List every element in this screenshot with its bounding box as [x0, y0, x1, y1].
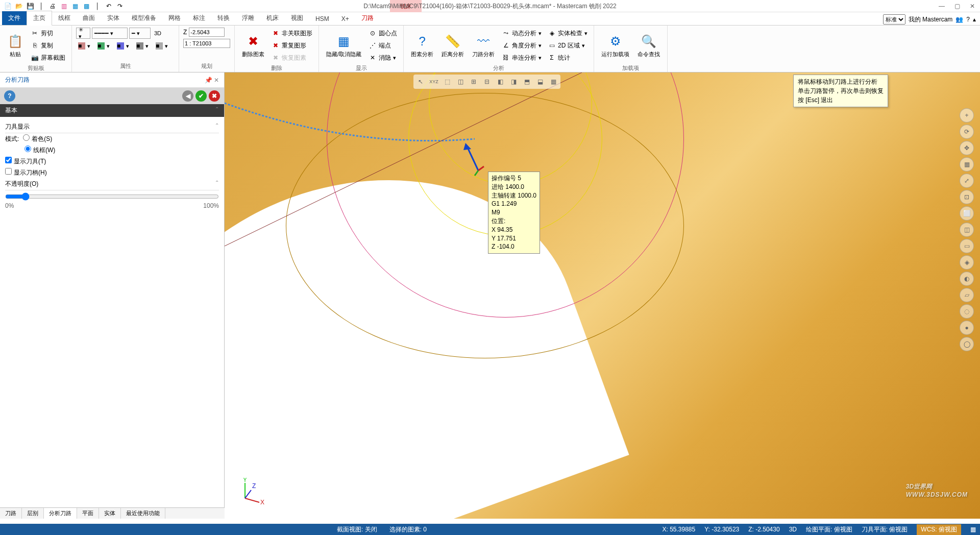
color-swatch-3[interactable]: ■▾: [115, 40, 131, 52]
qat-b3-icon[interactable]: ▦: [70, 2, 80, 11]
qat-b2-icon[interactable]: ▥: [59, 2, 68, 11]
status-drawplane[interactable]: 绘图平面: 俯视图: [806, 525, 852, 534]
vp-hidden-icon[interactable]: ◌: [960, 304, 974, 319]
tab-hsm[interactable]: HSM: [309, 13, 335, 25]
vp-pan-icon[interactable]: ✥: [960, 141, 974, 155]
viewport-3d[interactable]: ↖ XYZ ⬚ ◫ ⊞ ⊟ ◧ ◨ ⬒ ⬓ ▦ 将鼠标移动到刀路上进行分析单击刀…: [225, 72, 980, 519]
stat-button[interactable]: Σ统计: [546, 52, 590, 63]
status-sectview[interactable]: 截面视图: 关闭: [337, 525, 377, 534]
vp-b5-icon[interactable]: ◧: [494, 76, 506, 88]
tab-wireframe[interactable]: 线框: [52, 11, 77, 25]
ptab-recent[interactable]: 最近使用功能: [121, 508, 165, 519]
color-swatch-4[interactable]: ■▾: [134, 40, 151, 52]
vp-b3-icon[interactable]: ⊞: [468, 76, 480, 88]
community-icon[interactable]: 👥: [955, 16, 963, 23]
endpoint-button[interactable]: ⋰端点: [366, 40, 399, 51]
vp-front-icon[interactable]: ◫: [960, 223, 974, 237]
qat-new-icon[interactable]: 📄: [3, 2, 12, 11]
tab-surface[interactable]: 曲面: [77, 11, 101, 25]
radio-wire[interactable]: 线框(W): [24, 145, 55, 155]
hide-button[interactable]: ▦隐藏/取消隐藏: [323, 28, 364, 63]
vp-wire-icon[interactable]: ▱: [960, 288, 974, 302]
tab-solid[interactable]: 实体: [101, 11, 126, 25]
vp-side-icon[interactable]: ▭: [960, 239, 974, 253]
minimize-button[interactable]: —: [934, 0, 949, 12]
paste-button[interactable]: 📋粘贴: [4, 28, 27, 63]
panel-close-icon[interactable]: ✕: [214, 77, 219, 84]
maximize-button[interactable]: ▢: [949, 0, 965, 12]
color-swatch-2[interactable]: ■▾: [95, 40, 112, 52]
close-button[interactable]: ✕: [965, 0, 980, 12]
vp-b4-icon[interactable]: ⊟: [481, 76, 493, 88]
lineweight-dropdown[interactable]: ━ ▾: [129, 28, 151, 39]
ptab-plane[interactable]: 平面: [77, 508, 99, 519]
vp-b1-icon[interactable]: ⬚: [441, 76, 453, 88]
radio-shade[interactable]: 着色(S): [23, 134, 52, 143]
tool-input[interactable]: [183, 39, 230, 48]
check-show-holder[interactable]: 显示刀柄(H): [5, 168, 47, 177]
ptab-level[interactable]: 层别: [22, 508, 44, 519]
solid-check-button[interactable]: ◈实体检查▾: [546, 28, 590, 39]
cmd-find-button[interactable]: 🔍命令查找: [634, 28, 663, 63]
qat-save-icon[interactable]: 💾: [26, 2, 35, 11]
mode-3d-toggle[interactable]: 3D: [152, 28, 163, 39]
opacity-header[interactable]: 不透明度(O)⌃: [5, 178, 219, 190]
copy-button[interactable]: ⎘复制: [29, 40, 67, 51]
status-menu-icon[interactable]: ▦: [970, 526, 976, 533]
2d-area-button[interactable]: ▭2D 区域▾: [546, 40, 590, 51]
status-toolplane[interactable]: 刀具平面: 俯视图: [862, 525, 908, 534]
panel-ok-button[interactable]: ✔: [195, 90, 207, 102]
level-dropdown[interactable]: 标准: [883, 14, 905, 25]
vp-shade-icon[interactable]: ◐: [960, 272, 974, 286]
dist-analyze-button[interactable]: 📏距离分析: [438, 28, 467, 63]
center-button[interactable]: ⊙圆心点: [366, 28, 399, 39]
collapse-ribbon-icon[interactable]: ▴: [973, 16, 976, 23]
duplicate-button[interactable]: ✖重复图形: [270, 40, 314, 51]
vp-b7-icon[interactable]: ⬒: [521, 76, 533, 88]
panel-section-basic[interactable]: 基本 ⌃: [0, 104, 224, 117]
help-icon[interactable]: ?: [966, 16, 970, 23]
vp-b6-icon[interactable]: ◨: [507, 76, 520, 88]
vp-b9-icon[interactable]: ▦: [547, 76, 559, 88]
vp-trans-icon[interactable]: ◯: [960, 337, 974, 351]
ptab-solid[interactable]: 实体: [99, 508, 121, 519]
vp-b2-icon[interactable]: ◫: [454, 76, 467, 88]
qat-b4-icon[interactable]: ▩: [82, 2, 91, 11]
vp-grid-icon[interactable]: ▦: [960, 157, 974, 172]
tool-analyze-button[interactable]: 〰刀路分析: [469, 28, 498, 63]
color-swatch-1[interactable]: ■▾: [76, 40, 92, 52]
tab-annotate[interactable]: 标注: [187, 11, 211, 25]
delete-element-button[interactable]: ✖删除图素: [239, 28, 267, 63]
vp-cursor-icon[interactable]: ↖: [414, 76, 427, 88]
elem-analyze-button[interactable]: ?图素分析: [408, 28, 436, 63]
pin-icon[interactable]: 📌: [205, 77, 212, 84]
vp-top-icon[interactable]: ⬜: [960, 206, 974, 221]
tool-display-header[interactable]: 刀具显示⌃: [5, 121, 219, 133]
qat-print-icon[interactable]: 🖨: [48, 2, 57, 11]
tab-home[interactable]: 主页: [27, 11, 52, 26]
vp-plus-icon[interactable]: +: [960, 108, 974, 123]
pointstyle-dropdown[interactable]: ✳ ▾: [76, 28, 90, 39]
tab-transform[interactable]: 转换: [211, 11, 236, 25]
tab-mesh[interactable]: 网格: [162, 11, 187, 25]
angle-analyze-button[interactable]: ∠角度分析▾: [500, 40, 544, 51]
ptab-analyze[interactable]: 分析刀路: [44, 508, 77, 519]
color-swatch-5[interactable]: ■▾: [154, 40, 170, 52]
panel-back-button[interactable]: ◀: [182, 90, 193, 102]
ptab-toolpath[interactable]: 刀路: [0, 508, 22, 519]
z-input[interactable]: [189, 28, 225, 37]
status-wcs[interactable]: WCS: 俯视图: [917, 524, 961, 535]
vp-fit-icon[interactable]: ⊡: [960, 190, 974, 204]
qat-undo-icon[interactable]: ↶: [104, 2, 113, 11]
panel-help-button[interactable]: ?: [4, 90, 15, 102]
opacity-slider[interactable]: [5, 192, 219, 201]
vp-ext-icon[interactable]: ⤢: [960, 174, 974, 188]
tab-modelprep[interactable]: 模型准备: [126, 11, 162, 25]
tab-view[interactable]: 视图: [285, 11, 309, 25]
vp-b8-icon[interactable]: ⬓: [534, 76, 546, 88]
screenshot-button[interactable]: 📷屏幕截图: [29, 52, 67, 63]
qat-redo-icon[interactable]: ↷: [115, 2, 125, 11]
tab-file[interactable]: 文件: [2, 11, 27, 25]
qat-open-icon[interactable]: 📂: [14, 2, 23, 11]
cut-button[interactable]: ✂剪切: [29, 28, 67, 39]
